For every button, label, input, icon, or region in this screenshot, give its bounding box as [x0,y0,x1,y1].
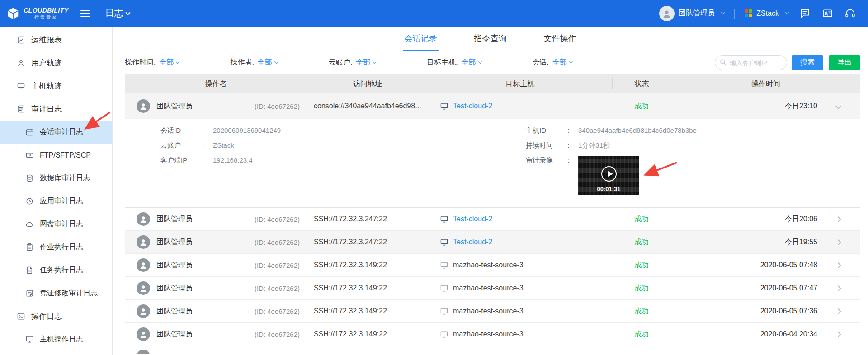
tab-command-query[interactable]: 指令查询 [472,27,509,51]
detail-value: 202006091369041249 [213,126,281,135]
logo[interactable]: CLOUDBILITY 行云管家 [6,7,69,20]
detail-host-id: 主机ID : 340ae944aafb4e6d981b4c6d0e78b3be [526,126,697,135]
table-header: 操作者 访问地址 目标主机 状态 操作时间 [125,74,860,93]
session-audit-icon [25,128,34,137]
logo-text: CLOUDBILITY 行云管家 [24,7,69,20]
operator-name: 团队管理员 [156,330,193,339]
sidebar-item-ops-report[interactable]: 运维报表 [0,28,112,51]
sidebar-item-operation-log[interactable]: 操作日志 [0,305,112,328]
filter-operator[interactable]: 操作者: 全部 [230,58,277,67]
filter-operation-time[interactable]: 操作时间: 全部 [125,58,179,67]
tab-file-operations[interactable]: 文件操作 [542,27,578,51]
brand-subtitle: 行云管家 [24,14,69,20]
app-audit-icon [25,197,34,206]
chevron-down-icon [125,10,130,15]
filter-value[interactable]: 全部 [258,58,272,67]
host-link[interactable]: Test-cloud-2 [453,102,492,110]
session-detail-panel: 会话ID : 202006091369041249 云账户 : ZStack 客… [125,119,860,207]
chevron-down-icon [785,11,789,14]
windows-logo-icon [745,9,752,17]
search-button[interactable]: 搜索 [792,55,823,70]
filter-session[interactable]: 会话: 全部 [533,58,572,67]
filter-cloud-account[interactable]: 云账户: 全部 [329,58,376,67]
detail-label: 会话ID [160,126,202,135]
table-row[interactable]: 团队管理员 (ID: 4ed67262) SSH://172.32.3.149:… [125,254,860,277]
sidebar-item-label: FTP/SFTP/SCP [40,151,91,159]
operator-name: 团队管理员 [156,238,193,247]
host-name: mazhao-test-source-3 [453,284,524,292]
recording-thumbnail[interactable]: 00:01:31 [578,156,639,195]
host-link[interactable]: Test-cloud-2 [453,215,492,223]
avatar [137,327,150,341]
sidebar-item-credential-audit-log[interactable]: 凭证修改审计日志 [0,282,112,305]
sidebar-item-ftp-sftp-scp[interactable]: FTP/SFTP/SCP [0,144,112,167]
detail-cloud-account: 云账户 : ZStack [160,141,281,149]
sidebar-item-user-track[interactable]: 用户轨迹 [0,51,112,75]
host-icon [440,261,448,270]
headset-icon[interactable] [844,7,856,20]
table-row[interactable]: 团队管理员 (ID: 4ed67262) SSH://172.32.3.247:… [125,231,860,254]
sidebar-item-netdisk-audit-log[interactable]: 网盘审计日志 [0,213,112,236]
topbar-right: 团队管理员 ZStack [659,6,856,21]
table-row[interactable]: 团队管理员 (ID: 4ed67262) SSH://172.32.3.149:… [125,323,860,346]
access-address: console://340ae944aafb4e6d98... [307,102,428,110]
host-name: mazhao-test-source-3 [453,307,524,315]
colon: : [202,126,213,135]
detail-client-ip: 客户端IP : 192.168.23.4 [160,156,281,164]
sidebar-item-audit-log[interactable]: 审计日志 [0,98,112,121]
host-link[interactable]: Test-cloud-2 [453,238,492,246]
status-badge: 成功 [612,102,671,111]
user-avatar [659,6,675,21]
export-button[interactable]: 导出 [829,55,860,70]
table-row[interactable]: 团队管理员 (ID: 4ed67262) console://340ae944a… [125,93,860,119]
table-row[interactable]: 团队管理员 (ID: 4ed67262) SSH://172.32.3.149:… [125,277,860,300]
nav-title-dropdown[interactable]: 日志 [105,7,130,19]
chevron-down-icon[interactable] [835,103,841,109]
filter-value[interactable]: 全部 [356,58,370,67]
sidebar-item-db-audit-log[interactable]: 数据库审计日志 [0,167,112,190]
sidebar-item-host-operation-log[interactable]: 主机操作日志 [0,328,112,351]
status-badge: 成功 [612,238,671,247]
avatar [137,350,150,354]
chevron-down-icon [274,60,278,64]
tab-session-records[interactable]: 会话记录 [403,27,439,51]
detail-value: 192.168.23.4 [213,156,253,164]
detail-label: 审计录像 [526,156,567,164]
sidebar-item-label: 应用审计日志 [40,196,83,206]
topbar-left: CLOUDBILITY 行云管家 日志 [6,7,130,20]
chevron-right-icon[interactable] [835,285,841,291]
operator-id: (ID: 4ed67262) [255,308,307,315]
feedback-icon[interactable] [798,7,811,20]
table-row[interactable]: 团队管理员 (ID: 4ed67262) SSH://172.32.3.149:… [125,300,860,323]
filter-target-host[interactable]: 目标主机: 全部 [427,58,481,67]
sidebar-item-label: 运维报表 [31,35,62,45]
menu-icon[interactable] [80,10,90,17]
filter-value[interactable]: 全部 [462,58,476,67]
chevron-right-icon[interactable] [835,308,841,314]
table-row[interactable]: 团队管理员 (ID: 4ed67262) SSH://172.32.3.247:… [125,208,860,231]
sidebar-item-app-audit-log[interactable]: 应用审计日志 [0,190,112,213]
chevron-right-icon[interactable] [835,239,841,245]
brand-name: CLOUDBILITY [24,7,69,14]
host-name: mazhao-test-source-3 [453,330,524,338]
chevron-right-icon[interactable] [835,216,841,222]
filter-label: 目标主机: [427,58,458,67]
sidebar-item-host-track[interactable]: 主机轨迹 [0,75,112,98]
card-icon[interactable] [821,7,834,20]
sidebar-item-session-audit-log[interactable]: 会话审计日志 [0,121,112,144]
divider [734,9,735,19]
chevron-right-icon[interactable] [835,262,841,268]
sidebar-item-task-exec-log[interactable]: 任务执行日志 [0,259,112,282]
chevron-right-icon[interactable] [835,332,841,337]
user-menu[interactable]: 团队管理员 [659,6,724,21]
filter-value[interactable]: 全部 [552,58,567,67]
tab-bar: 会话记录 指令查询 文件操作 [113,27,868,51]
operation-time: 2020-06-05 07:36 [760,307,817,315]
operator-id: (ID: 4ed67262) [255,331,307,338]
workspace-switcher[interactable]: ZStack [745,9,788,18]
play-icon[interactable] [601,166,617,182]
access-address: SSH://172.32.3.149:22 [307,307,428,315]
filter-value[interactable]: 全部 [159,58,174,67]
operator-name: 团队管理员 [156,261,193,270]
sidebar-item-job-exec-log[interactable]: 作业执行日志 [0,236,112,259]
